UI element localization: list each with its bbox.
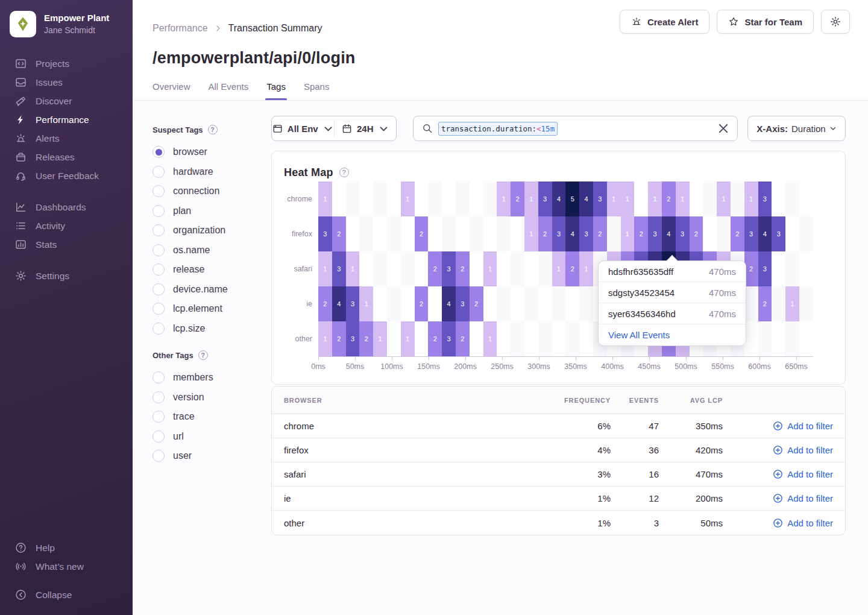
heatmap-cell[interactable]: 2: [415, 216, 429, 251]
heatmap-cell[interactable]: 4: [758, 216, 772, 251]
heatmap-cell[interactable]: 1: [744, 181, 758, 216]
heatmap-cell[interactable]: 1: [785, 286, 799, 321]
tooltip-event-row[interactable]: hdsfhr635635dff470ms: [599, 261, 746, 282]
help-circle-icon[interactable]: [198, 350, 208, 360]
heatmap-cell[interactable]: 3: [758, 181, 772, 216]
heatmap-cell[interactable]: 2: [538, 216, 552, 251]
breadcrumb-performance[interactable]: Performance: [153, 23, 208, 34]
heatmap-cell[interactable]: 2: [758, 286, 772, 321]
heatmap-cell[interactable]: 2: [415, 286, 429, 321]
radio-button[interactable]: [153, 450, 165, 462]
heatmap-cell[interactable]: 3: [442, 321, 456, 356]
radio-button[interactable]: [153, 371, 165, 383]
star-for-team-button[interactable]: Star for Team: [717, 10, 814, 34]
heatmap-cell[interactable]: 3: [552, 216, 566, 251]
heatmap-cell[interactable]: 2: [511, 181, 524, 216]
radio-button[interactable]: [153, 303, 165, 315]
heatmap-cell[interactable]: 2: [565, 251, 579, 286]
heatmap-cell[interactable]: 1: [401, 321, 415, 356]
tag-option-trace[interactable]: trace: [153, 407, 271, 427]
help-circle-icon[interactable]: [339, 168, 349, 177]
search-input[interactable]: transaction.duration:<15m: [413, 116, 738, 141]
heatmap-cell[interactable]: 3: [772, 216, 785, 251]
heatmap-cell[interactable]: 1: [621, 181, 635, 216]
heatmap-cell[interactable]: 3: [346, 286, 360, 321]
heatmap-cell[interactable]: 1: [401, 181, 415, 216]
heatmap-cell[interactable]: 2: [332, 216, 346, 251]
tag-option-connection[interactable]: connection: [153, 181, 271, 201]
add-to-filter-link[interactable]: Add to filter: [723, 518, 833, 528]
tag-option-version[interactable]: version: [153, 388, 271, 408]
heatmap-cell[interactable]: 1: [524, 216, 538, 251]
radio-button[interactable]: [153, 283, 165, 295]
heatmap-cell[interactable]: 3: [332, 251, 346, 286]
heatmap-cell[interactable]: 2: [470, 286, 483, 321]
sidebar-item-issues[interactable]: Issues: [0, 73, 133, 92]
heatmap-cell[interactable]: 3: [648, 216, 662, 251]
clear-search-icon[interactable]: [718, 123, 729, 134]
heatmap-cell[interactable]: 2: [744, 251, 758, 286]
sidebar-item-dashboards[interactable]: Dashboards: [0, 198, 133, 216]
heatmap-cell[interactable]: 1: [318, 321, 332, 356]
radio-button[interactable]: [153, 205, 165, 217]
tab-spans[interactable]: Spans: [304, 81, 330, 100]
tag-option-user[interactable]: user: [153, 446, 271, 466]
heatmap-cell[interactable]: 4: [332, 286, 346, 321]
tab-overview[interactable]: Overview: [153, 81, 190, 100]
heatmap-cell[interactable]: 4: [579, 181, 593, 216]
radio-button[interactable]: [153, 411, 165, 423]
radio-button[interactable]: [153, 323, 165, 335]
sidebar-item-activity[interactable]: Activity: [0, 216, 133, 235]
tooltip-event-row[interactable]: syer63456346hd470ms: [599, 303, 746, 324]
add-to-filter-link[interactable]: Add to filter: [723, 421, 833, 431]
heatmap-cell[interactable]: 1: [318, 251, 332, 286]
heatmap-cell[interactable]: 5: [565, 181, 579, 216]
tag-option-browser[interactable]: browser: [153, 142, 271, 162]
heatmap-cell[interactable]: 1: [676, 181, 690, 216]
heatmap-cell[interactable]: 1: [648, 181, 662, 216]
heatmap-cell[interactable]: 4: [552, 181, 566, 216]
radio-button[interactable]: [153, 430, 165, 443]
heatmap-cell[interactable]: 2: [456, 251, 470, 286]
date-range-dropdown[interactable]: 24H: [335, 124, 397, 134]
tag-option-device-name[interactable]: device.name: [153, 280, 271, 300]
heatmap-cell[interactable]: 1: [483, 321, 497, 356]
heatmap-cell[interactable]: 3: [676, 216, 690, 251]
heatmap-cell[interactable]: 2: [318, 286, 332, 321]
environment-dropdown[interactable]: All Env: [272, 124, 334, 134]
tag-option-hardware[interactable]: hardware: [153, 162, 271, 182]
heatmap-cell[interactable]: 3: [593, 181, 607, 216]
heatmap-cell[interactable]: 1: [552, 251, 566, 286]
radio-button[interactable]: [153, 224, 165, 236]
tag-option-plan[interactable]: plan: [153, 201, 271, 221]
heatmap-cell[interactable]: 3: [442, 251, 456, 286]
tag-option-os-name[interactable]: os.name: [153, 241, 271, 260]
tag-option-lcp-element[interactable]: lcp.element: [153, 299, 271, 319]
heatmap-cell[interactable]: 1: [524, 181, 538, 216]
create-alert-button[interactable]: Create Alert: [620, 10, 709, 34]
heatmap-cell[interactable]: 3: [318, 216, 332, 251]
sidebar-item-collapse[interactable]: Collapse: [0, 585, 133, 604]
heatmap-cell[interactable]: 4: [565, 216, 579, 251]
add-to-filter-link[interactable]: Add to filter: [723, 445, 833, 455]
heatmap-cell[interactable]: 1: [346, 251, 360, 286]
heatmap-cell[interactable]: 2: [662, 181, 676, 216]
sidebar-item-releases[interactable]: Releases: [0, 148, 133, 166]
sidebar-item-user-feedback[interactable]: User Feedback: [0, 166, 133, 185]
heatmap-cell[interactable]: 2: [731, 216, 744, 251]
tab-tags[interactable]: Tags: [266, 81, 286, 100]
heatmap-cell[interactable]: 2: [593, 216, 607, 251]
heatmap-cell[interactable]: 3: [346, 321, 360, 356]
heatmap-cell[interactable]: 2: [428, 251, 442, 286]
heatmap-cell[interactable]: 2: [428, 321, 442, 356]
radio-button[interactable]: [153, 244, 165, 256]
radio-button[interactable]: [153, 146, 165, 158]
radio-button[interactable]: [153, 185, 165, 197]
heatmap-cell[interactable]: 3: [744, 216, 758, 251]
heatmap-cell[interactable]: 1: [359, 286, 373, 321]
heatmap-cell[interactable]: 1: [607, 181, 621, 216]
heatmap-cell[interactable]: 1: [717, 181, 731, 216]
heatmap-cell[interactable]: 1: [621, 216, 635, 251]
sidebar-item-settings[interactable]: Settings: [0, 266, 133, 285]
sidebar-item-performance[interactable]: Performance: [0, 110, 133, 129]
